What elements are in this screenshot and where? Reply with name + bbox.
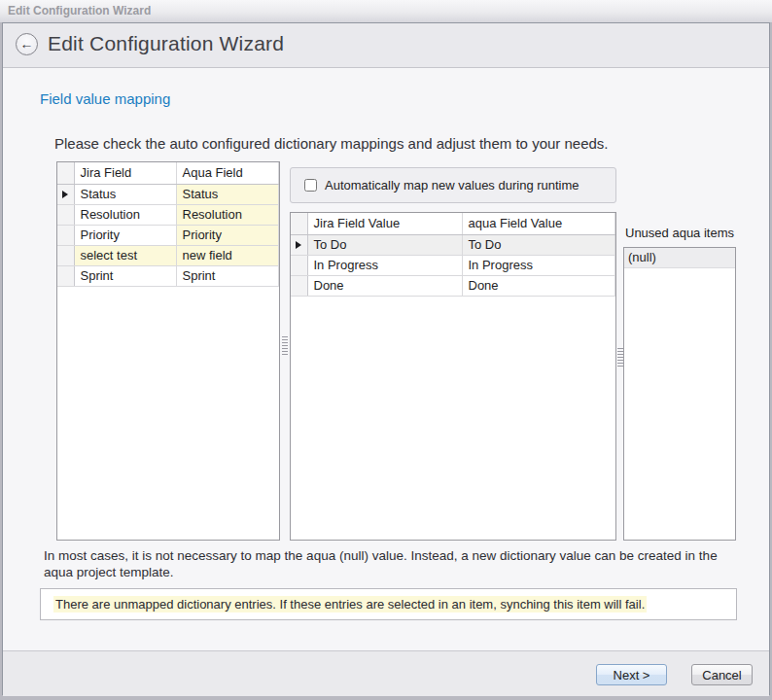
note-text: In most cases, it is not necessary to ma… xyxy=(44,547,724,580)
row-selector[interactable] xyxy=(57,265,74,286)
current-row-arrow-icon xyxy=(62,191,68,198)
field-grid-row[interactable]: Sprint Sprint xyxy=(57,265,279,286)
field-grid-row[interactable]: Resolution Resolution xyxy=(57,204,279,225)
jira-field-cell[interactable]: Priority xyxy=(74,225,176,245)
auto-map-panel: Automatically map new values during runt… xyxy=(290,167,616,203)
row-selector[interactable] xyxy=(291,234,307,255)
back-button[interactable]: ← xyxy=(16,33,38,55)
aqua-field-cell[interactable]: Resolution xyxy=(176,204,279,225)
row-selector[interactable] xyxy=(291,255,307,275)
row-selector-header xyxy=(57,162,74,184)
column-header-aqua-field[interactable]: Aqua Field xyxy=(176,162,279,184)
value-grid-row[interactable]: In Progress In Progress xyxy=(291,255,615,275)
field-mapping-grid: Jira Field Aqua Field Status Status Reso… xyxy=(56,161,280,541)
window-titlebar[interactable]: Edit Configuration Wizard xyxy=(0,0,772,23)
aqua-value-cell[interactable]: In Progress xyxy=(462,255,615,275)
window-title: Edit Configuration Wizard xyxy=(8,4,151,18)
row-selector[interactable] xyxy=(291,275,307,296)
warning-text: There are unmapped dictionary entries. I… xyxy=(53,596,647,612)
aqua-field-cell[interactable]: new field xyxy=(176,245,279,265)
vertical-splitter[interactable] xyxy=(279,161,290,541)
field-grid-row[interactable]: select test new field xyxy=(57,245,279,265)
column-header-aqua-field-value[interactable]: aqua Field Value xyxy=(462,213,615,234)
splitter-grip-icon xyxy=(282,336,288,357)
wizard-header: ← Edit Configuration Wizard xyxy=(3,23,769,68)
field-grid-row[interactable]: Priority Priority xyxy=(57,225,279,245)
value-grid-header-row: Jira Field Value aqua Field Value xyxy=(291,213,615,234)
footer-bar: Next > Cancel xyxy=(3,650,769,696)
jira-field-cell[interactable]: Resolution xyxy=(74,204,176,225)
field-grid-row[interactable]: Status Status xyxy=(57,184,279,204)
section-title: Field value mapping xyxy=(40,90,170,107)
auto-map-checkbox-label[interactable]: Automatically map new values during runt… xyxy=(325,178,579,192)
row-selector[interactable] xyxy=(57,204,74,225)
jira-value-cell[interactable]: To Do xyxy=(307,234,462,255)
value-grid-row[interactable]: To Do To Do xyxy=(291,234,615,255)
auto-map-checkbox[interactable] xyxy=(304,179,317,192)
aqua-field-cell[interactable]: Priority xyxy=(176,225,279,245)
jira-value-cell[interactable]: Done xyxy=(307,275,462,296)
warning-box: There are unmapped dictionary entries. I… xyxy=(40,588,737,620)
row-selector[interactable] xyxy=(57,245,74,265)
list-item[interactable]: (null) xyxy=(624,248,735,268)
aqua-value-cell[interactable]: To Do xyxy=(462,234,615,255)
aqua-value-cell[interactable]: Done xyxy=(462,275,615,296)
value-grid-row[interactable]: Done Done xyxy=(291,275,615,296)
unused-items-label: Unused aqua items xyxy=(625,226,734,240)
jira-field-cell[interactable]: Sprint xyxy=(74,265,176,286)
splitter-grip-icon xyxy=(617,348,623,368)
jira-field-cell[interactable]: select test xyxy=(74,245,176,265)
aqua-field-cell[interactable]: Status xyxy=(176,184,279,204)
row-selector[interactable] xyxy=(57,184,74,204)
cancel-button[interactable]: Cancel xyxy=(691,664,753,685)
column-header-jira-field-value[interactable]: Jira Field Value xyxy=(307,213,462,234)
jira-field-cell[interactable]: Status xyxy=(74,184,176,204)
back-arrow-icon: ← xyxy=(20,37,34,51)
value-mapping-grid: Jira Field Value aqua Field Value To Do … xyxy=(290,212,616,541)
page-title: Edit Configuration Wizard xyxy=(48,32,284,55)
current-row-arrow-icon xyxy=(296,241,301,249)
column-header-jira-field[interactable]: Jira Field xyxy=(74,162,176,184)
wizard-window: ← Edit Configuration Wizard Field value … xyxy=(2,22,770,695)
row-selector-header xyxy=(291,213,307,234)
jira-value-cell[interactable]: In Progress xyxy=(307,255,462,275)
next-button[interactable]: Next > xyxy=(596,664,667,685)
unused-items-list[interactable]: (null) xyxy=(623,247,736,541)
aqua-field-cell[interactable]: Sprint xyxy=(176,265,279,286)
row-selector[interactable] xyxy=(57,225,74,245)
field-grid-header-row: Jira Field Aqua Field xyxy=(57,162,279,184)
instruction-text: Please check the auto configured diction… xyxy=(54,135,609,152)
